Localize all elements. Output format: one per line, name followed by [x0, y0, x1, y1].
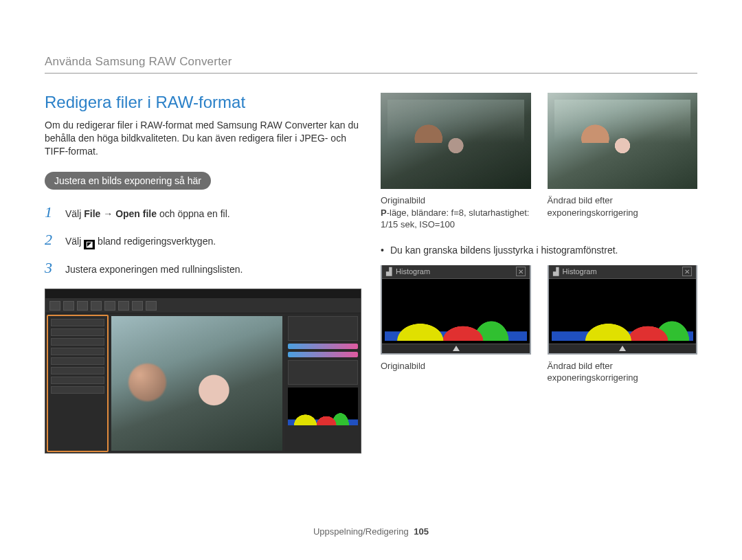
caption-original-details: -läge, bländare: f=8, slutarhastighet: 1…: [381, 208, 529, 230]
steps-list: Välj File → Open file och öppna en fil. …: [45, 202, 361, 279]
screenshot-titlebar: [45, 289, 361, 299]
toolbar-button: [146, 301, 157, 311]
panel-row: [51, 328, 104, 336]
histogram-scale: [382, 344, 530, 353]
histogram-pair: ▟ Histogram ✕ ▟ Histogram ✕: [381, 265, 697, 355]
panel-slider: [288, 344, 358, 349]
photo-captions: Originalbild P-läge, bländare: f=8, slut…: [381, 194, 697, 231]
photo-original: [381, 93, 531, 189]
panel-box: [288, 360, 358, 385]
step1-text-prefix: Välj: [65, 208, 84, 219]
image-pair-photos: [381, 93, 697, 189]
content-columns: Redigera filer i RAW-format Om du redige…: [45, 93, 697, 453]
toolbar-button: [132, 301, 143, 311]
histogram-graph: [385, 280, 527, 341]
step1-bold-openfile: Open file: [115, 208, 157, 219]
section-pill: Justera en bilds exponering så här: [45, 172, 211, 190]
histogram-label: Histogram: [563, 267, 597, 276]
p-mode-icon: P: [381, 208, 387, 218]
step2-text-prefix: Välj: [65, 236, 84, 247]
histogram-icon: ▟: [553, 267, 559, 276]
panel-row: [51, 338, 104, 346]
toolbar-button: [49, 301, 60, 311]
right-column: Originalbild P-läge, bländare: f=8, slut…: [381, 93, 697, 453]
caption-original-title: Originalbild: [381, 194, 531, 207]
panel-row: [51, 319, 104, 326]
step-1: Välj File → Open file och öppna en fil.: [45, 202, 361, 223]
screenshot-right-panel: [285, 313, 361, 453]
caption-hist-corrected: Ändrad bild efter exponeringskorrigering: [548, 360, 698, 384]
histogram-corrected: ▟ Histogram ✕: [548, 265, 698, 355]
step3-text: Justera exponeringen med rullningslisten…: [65, 263, 243, 277]
panel-row: [51, 348, 104, 355]
caption-hist-original: Originalbild: [381, 360, 531, 384]
histogram-captions: Originalbild Ändrad bild efter exponerin…: [381, 360, 697, 384]
panel-row: [51, 367, 104, 374]
close-icon: ✕: [682, 267, 692, 276]
step2-text-suffix: bland redigeringsverktygen.: [95, 236, 216, 247]
left-column: Redigera filer i RAW-format Om du redige…: [45, 93, 361, 453]
step1-bold-file: File: [84, 208, 100, 219]
screenshot-preview-image: [111, 316, 282, 451]
breadcrumb: Använda Samsung RAW Converter: [45, 55, 697, 74]
panel-row: [51, 377, 104, 384]
histogram-titlebar: ▟ Histogram ✕: [382, 265, 530, 279]
step1-text-suffix: och öppna en fil.: [157, 208, 230, 219]
panel-row: [51, 386, 104, 394]
screenshot-toolbar: [45, 299, 361, 313]
histogram-original: ▟ Histogram ✕: [381, 265, 531, 355]
histogram-titlebar: ▟ Histogram ✕: [549, 265, 697, 279]
intro-text: Om du redigerar filer i RAW-format med S…: [45, 119, 361, 158]
histogram-icon: ▟: [386, 267, 392, 276]
histogram-scale: [549, 344, 697, 353]
caption-corrected: Ändrad bild efter exponeringskorrigering: [548, 194, 698, 231]
panel-histogram: [288, 388, 358, 425]
caption-original: Originalbild P-läge, bländare: f=8, slut…: [381, 194, 531, 231]
panel-slider: [288, 352, 358, 357]
screenshot-body: [45, 313, 361, 453]
toolbar-button: [118, 301, 129, 311]
close-icon: ✕: [516, 267, 526, 276]
histogram-graph: [552, 280, 694, 341]
exposure-tool-icon: ◪: [84, 240, 95, 249]
histogram-note: Du kan granska bildens ljusstyrka i hist…: [381, 245, 697, 256]
step1-arrow: →: [100, 208, 115, 219]
toolbar-button: [63, 301, 74, 311]
panel-box: [288, 316, 358, 341]
toolbar-button: [77, 301, 88, 311]
panel-row: [51, 357, 104, 365]
screenshot-left-panel: [47, 315, 109, 452]
page-footer: Uppspelning/Redigering 105: [0, 526, 742, 537]
step-2: Välj ◪ bland redigeringsverktygen.: [45, 229, 361, 251]
toolbar-button: [104, 301, 115, 311]
histogram-label: Histogram: [396, 267, 430, 276]
photo-corrected: [548, 93, 698, 189]
step-3: Justera exponeringen med rullningslisten…: [45, 258, 361, 279]
app-screenshot: [45, 289, 361, 453]
page-title: Redigera filer i RAW-format: [45, 93, 361, 112]
footer-page-number: 105: [414, 526, 429, 537]
toolbar-button: [91, 301, 102, 311]
footer-section: Uppspelning/Redigering: [313, 526, 409, 537]
